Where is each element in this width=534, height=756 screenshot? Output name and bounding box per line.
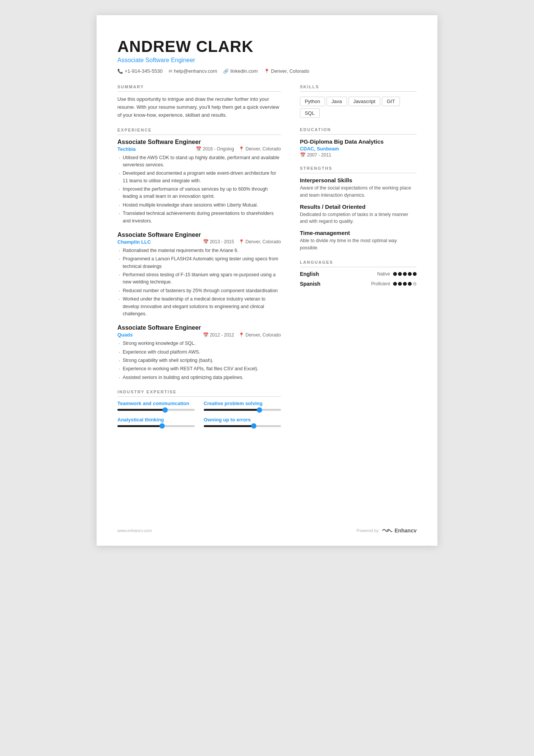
footer: www.enhancv.com Powered by Enhancv: [117, 527, 417, 534]
phone-contact: 📞 +1-914-345-5530: [117, 68, 162, 74]
industry-expertise-section: INDUSTRY EXPERTISE Teamwork and communic…: [117, 390, 281, 427]
bullet-1-2: Developed and documented a program wide …: [117, 170, 281, 185]
strength-desc-2: Dedicated to completion of tasks in a ti…: [300, 211, 417, 225]
expertise-item-4: Owning up to errors: [204, 417, 281, 427]
bullet-3-2: Experience with cloud platform AWS.: [117, 349, 281, 356]
language-entry-1: English Native: [300, 271, 417, 277]
bullet-1-3: Improved the performance of various serv…: [117, 186, 281, 200]
languages-section: LANGUAGES English Native: [300, 260, 417, 287]
bullet-1-4: Hosted multiple knowledge share sessions…: [117, 202, 281, 209]
link-icon: 🔗: [223, 69, 229, 74]
experience-title: EXPERIENCE: [117, 128, 281, 132]
strength-desc-3: Able to divide my time in the most optim…: [300, 237, 417, 252]
expertise-item-2: Creative problem solving: [204, 401, 281, 411]
exp-company-3: Quads: [117, 332, 133, 338]
lang-dot-2-1: [393, 282, 397, 286]
lang-dot-1-2: [398, 272, 402, 276]
lang-dot-2-2: [398, 282, 402, 286]
skill-tag-sql: SQL: [300, 108, 320, 118]
exp-meta-2: 📅 2013 - 2015 📍 Denver, Colorado: [203, 239, 281, 244]
skills-title: SKILLS: [300, 85, 417, 89]
lang-dot-1-3: [403, 272, 407, 276]
expertise-bar-dot-1: [162, 407, 168, 413]
exp-meta-1: 📅 2016 - Ongoing 📍 Denver, Colorado: [196, 146, 281, 152]
enhancv-brand: Enhancv: [395, 527, 417, 534]
exp-dates-3: 📅 2012 - 2012: [203, 332, 234, 338]
exp-company-row-2: Champlin LLC 📅 2013 - 2015 📍 Denver, Col…: [117, 239, 281, 245]
expertise-bar-fill-1: [117, 409, 165, 411]
expertise-bar-dot-4: [251, 423, 256, 429]
exp-bullets-3: Strong working knowledge of SQL. Experie…: [117, 340, 281, 381]
exp-location-2: 📍 Denver, Colorado: [239, 239, 281, 244]
resume-page: ANDREW CLARK Associate Software Engineer…: [97, 15, 437, 546]
strength-title-1: Interpersonal Skills: [300, 177, 417, 183]
expertise-label-1: Teamwork and communication: [117, 401, 195, 407]
skills-divider: [300, 91, 417, 92]
enhancv-logo-icon: [381, 527, 392, 534]
bullet-1-1: Utilised the AWS CDK to stand up highly …: [117, 154, 281, 169]
skill-tag-java: Java: [326, 97, 347, 106]
email-address: help@enhancv.com: [174, 68, 217, 74]
lang-right-2: Proficient: [371, 281, 417, 286]
lang-dots-1: [393, 272, 417, 276]
email-icon: ✉: [169, 69, 172, 74]
website-url: linkedin.com: [230, 68, 258, 74]
left-column: SUMMARY Use this opportunity to intrigue…: [117, 85, 281, 435]
header-section: ANDREW CLARK Associate Software Engineer…: [117, 38, 417, 74]
bullet-2-3: Performed stress testing of F-15 titaniu…: [117, 271, 281, 286]
candidate-name: ANDREW CLARK: [117, 38, 417, 55]
phone-number: +1-914-345-5530: [125, 68, 162, 74]
exp-dates-1: 📅 2016 - Ongoing: [196, 146, 234, 152]
powered-by-text: Powered by: [357, 528, 379, 533]
lang-dots-2: [393, 282, 417, 286]
languages-divider: [300, 267, 417, 267]
lang-level-2: Proficient: [371, 281, 390, 286]
contact-row: 📞 +1-914-345-5530 ✉ help@enhancv.com 🔗 l…: [117, 68, 417, 74]
lang-level-1: Native: [377, 271, 390, 277]
experience-entry-2: Associate Software Engineer Champlin LLC…: [117, 232, 281, 318]
lang-name-1: English: [300, 271, 319, 277]
exp-company-1: Techbia: [117, 146, 136, 152]
edu-calendar-icon: 📅: [300, 152, 306, 158]
education-entry-1: PG-Diploma Big Data Analytics CDAC, Sunb…: [300, 138, 417, 158]
bullet-2-1: Rationalised the material requirements f…: [117, 247, 281, 254]
strength-desc-1: Aware of the social expectations of the …: [300, 185, 417, 199]
lang-dot-1-4: [408, 272, 412, 276]
experience-entry-1: Associate Software Engineer Techbia 📅 20…: [117, 139, 281, 225]
skill-tag-git: GIT: [382, 97, 400, 106]
language-entry-2: Spanish Proficient: [300, 281, 417, 287]
job-title: Associate Software Engineer: [117, 57, 417, 64]
strength-entry-2: Results / Detail Oriented Dedicated to c…: [300, 203, 417, 225]
lang-dot-2-5: [413, 282, 417, 286]
edu-years-1: 📅 2007 - 2011: [300, 152, 417, 158]
exp-bullets-2: Rationalised the material requirements f…: [117, 247, 281, 318]
lang-dot-2-3: [403, 282, 407, 286]
exp-meta-3: 📅 2012 - 2012 📍 Denver, Colorado: [203, 332, 281, 338]
location-text: Denver, Colorado: [271, 68, 309, 74]
strength-title-2: Results / Detail Oriented: [300, 203, 417, 210]
email-contact: ✉ help@enhancv.com: [169, 68, 217, 74]
expertise-bar-track-2: [204, 409, 281, 411]
industry-expertise-divider: [117, 396, 281, 397]
skill-tag-javascript: Javascript: [348, 97, 381, 106]
exp-job-title-2: Associate Software Engineer: [117, 232, 281, 238]
skills-tags: Python Java Javascript GIT SQL: [300, 95, 417, 119]
bullet-3-3: Strong capability with shell scripting (…: [117, 357, 281, 364]
right-column: SKILLS Python Java Javascript GIT SQL ED…: [300, 85, 417, 435]
phone-icon: 📞: [117, 69, 123, 74]
summary-section: SUMMARY Use this opportunity to intrigue…: [117, 85, 281, 119]
bullet-3-5: Assisted seniors in building and optimiz…: [117, 374, 281, 381]
bullet-2-2: Programmed a Larson FLASH24 Automatic sp…: [117, 255, 281, 270]
industry-expertise-title: INDUSTRY EXPERTISE: [117, 390, 281, 394]
expertise-label-4: Owning up to errors: [204, 417, 281, 423]
expertise-item-1: Teamwork and communication: [117, 401, 195, 411]
expertise-label-2: Creative problem solving: [204, 401, 281, 407]
strengths-title: STRENGTHS: [300, 166, 417, 171]
lang-name-2: Spanish: [300, 281, 320, 287]
expertise-bar-dot-2: [257, 407, 262, 413]
education-section: EDUCATION PG-Diploma Big Data Analytics …: [300, 127, 417, 158]
edu-school-1: CDAC, Sunbeam: [300, 146, 417, 152]
exp-company-2: Champlin LLC: [117, 239, 151, 245]
expertise-bar-dot-3: [159, 423, 165, 429]
education-title: EDUCATION: [300, 127, 417, 132]
